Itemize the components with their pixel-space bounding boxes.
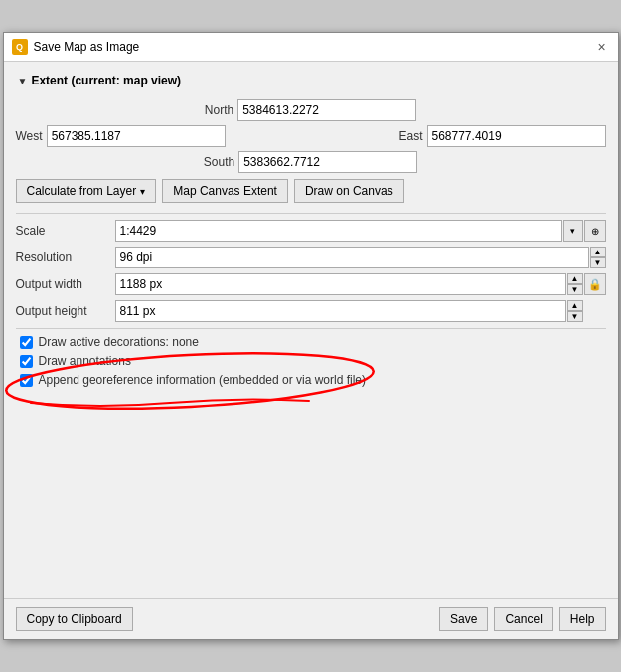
- calculate-from-layer-label: Calculate from Layer: [27, 184, 137, 198]
- append-georeference-checkbox[interactable]: [20, 374, 33, 387]
- resolution-label: Resolution: [16, 251, 115, 264]
- draw-decorations-checkbox[interactable]: [20, 336, 33, 349]
- output-width-label: Output width: [16, 277, 115, 291]
- south-input[interactable]: [238, 151, 417, 173]
- output-width-spin-up[interactable]: ▲: [567, 273, 583, 284]
- output-width-spin-down[interactable]: ▼: [567, 284, 583, 295]
- map-canvas-extent-label: Map Canvas Extent: [173, 184, 277, 198]
- output-width-input[interactable]: [115, 273, 566, 295]
- draw-decorations-row: Draw active decorations: none: [16, 335, 606, 349]
- output-height-label: Output height: [16, 304, 115, 318]
- extent-buttons: Calculate from Layer ▾ Map Canvas Extent…: [16, 179, 606, 203]
- draw-decorations-label: Draw active decorations: none: [39, 335, 199, 349]
- dialog-content: ▼ Extent (current: map view) North West …: [4, 62, 618, 598]
- scale-input[interactable]: [115, 220, 562, 242]
- calculate-from-layer-button[interactable]: Calculate from Layer ▾: [16, 179, 157, 203]
- output-height-input-container: ▲ ▼ 🔒: [115, 300, 606, 322]
- extent-header: ▼ Extent (current: map view): [16, 70, 606, 91]
- output-height-row: Output height ▲ ▼ 🔒: [16, 300, 606, 322]
- south-label: South: [204, 155, 234, 169]
- calculate-dropdown-icon: ▾: [140, 186, 145, 197]
- draw-on-canvas-label: Draw on Canvas: [305, 184, 393, 198]
- help-button[interactable]: Help: [559, 607, 606, 631]
- footer: Copy to Clipboard Save Cancel Help: [4, 598, 618, 639]
- output-height-spin-up[interactable]: ▲: [567, 300, 583, 311]
- east-group: East: [390, 125, 605, 147]
- scale-label: Scale: [16, 224, 115, 238]
- output-width-spinner: ▲ ▼: [567, 273, 583, 295]
- cancel-button[interactable]: Cancel: [494, 607, 552, 631]
- output-width-row: Output width ▲ ▼ 🔒: [16, 273, 606, 295]
- copy-clipboard-label: Copy to Clipboard: [27, 612, 122, 626]
- output-height-spinner: ▲ ▼: [567, 300, 583, 322]
- title-bar-left: Q Save Map as Image: [12, 39, 140, 55]
- draw-on-canvas-button[interactable]: Draw on Canvas: [294, 179, 404, 203]
- scale-extra-button[interactable]: ⊕: [584, 220, 606, 242]
- output-height-spin-down[interactable]: ▼: [567, 311, 583, 322]
- copy-clipboard-button[interactable]: Copy to Clipboard: [16, 607, 133, 631]
- draw-annotations-checkbox[interactable]: [20, 355, 33, 368]
- resolution-spin-down[interactable]: ▼: [590, 257, 606, 268]
- separator-2: [16, 328, 606, 329]
- east-label: East: [398, 129, 422, 143]
- west-label: West: [16, 129, 43, 143]
- save-label: Save: [450, 612, 477, 626]
- resolution-row: Resolution ▲ ▼: [16, 247, 606, 268]
- west-input[interactable]: [47, 125, 226, 147]
- south-row: South: [16, 151, 606, 173]
- resolution-input-container: ▲ ▼: [115, 247, 606, 268]
- scale-row: Scale ▾ ⊕: [16, 220, 606, 242]
- map-canvas-extent-button[interactable]: Map Canvas Extent: [162, 179, 288, 203]
- north-label: North: [205, 103, 233, 117]
- help-label: Help: [570, 612, 595, 626]
- resolution-spin-up[interactable]: ▲: [590, 247, 606, 257]
- cancel-label: Cancel: [505, 612, 542, 626]
- collapse-icon[interactable]: ▼: [18, 76, 28, 86]
- output-width-input-container: ▲ ▼ 🔒: [115, 273, 606, 295]
- extent-title: Extent (current: map view): [31, 74, 181, 87]
- footer-right: Save Cancel Help: [439, 607, 605, 631]
- lock-icon[interactable]: 🔒: [584, 273, 606, 295]
- separator-1: [16, 213, 606, 214]
- main-area: [16, 392, 606, 590]
- north-row: North: [16, 99, 606, 121]
- output-height-input[interactable]: [115, 300, 566, 322]
- title-bar: Q Save Map as Image ×: [4, 33, 618, 62]
- close-button[interactable]: ×: [594, 39, 610, 55]
- west-group: West: [16, 125, 226, 147]
- append-georeference-label: Append georeference information (embedde…: [39, 373, 367, 387]
- resolution-spinner: ▲ ▼: [590, 247, 606, 268]
- resolution-input[interactable]: [115, 247, 589, 268]
- north-input[interactable]: [237, 99, 416, 121]
- scale-input-container: ▾ ⊕: [115, 220, 606, 242]
- draw-annotations-label: Draw annotations: [39, 354, 131, 368]
- window-title: Save Map as Image: [34, 40, 140, 54]
- west-east-row: West East: [16, 125, 606, 147]
- save-button[interactable]: Save: [439, 607, 488, 631]
- east-input[interactable]: [427, 125, 606, 147]
- append-georeference-row: Append georeference information (embedde…: [16, 373, 606, 387]
- dialog-window: Q Save Map as Image × ▼ Extent (current:…: [3, 32, 619, 640]
- scale-dropdown-button[interactable]: ▾: [563, 220, 583, 242]
- draw-annotations-row: Draw annotations: [16, 354, 606, 368]
- app-icon: Q: [12, 39, 28, 55]
